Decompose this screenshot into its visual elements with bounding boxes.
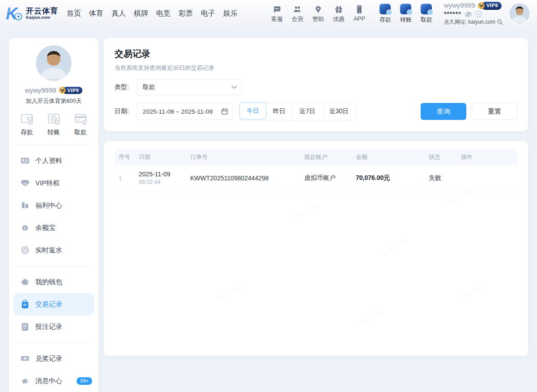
sponsor-icon [314,4,323,14]
sidebar-menu-group2: 我的钱包 交易记录 投注记录 [9,268,98,341]
sidebar: wywy9999 VIP9 加入开云体育第600天 存款 [9,38,98,392]
col-action: 操作 [457,153,517,161]
gift-icon [334,4,343,14]
cell-order-no: KWWT20251109802444298 [186,175,300,182]
range-today-button[interactable]: 今日 [239,102,266,119]
nav-item-slots[interactable]: 电子 [197,9,219,18]
date-filter-row: 日期: 2025-11-09 ~ 2025-11-09 今日 昨日 近7日 近3… [115,102,517,120]
col-amount: 金额 [352,153,425,161]
sidebar-item-wallet[interactable]: 我的钱包 [9,271,98,293]
prize-icon [21,355,30,362]
quick-deposit[interactable]: 存款 [20,112,34,136]
benefits-icon [21,201,30,209]
nav-item-live[interactable]: 真人 [107,9,130,18]
table-row: 1 2025-11-09 08:02:44 KWWT20251109802444… [115,165,517,191]
col-account: 提款账户 [300,153,352,161]
page-subtitle: 当前系统支持查询最近30日的交易记录 [115,64,517,72]
main-content: 交易记录 当前系统支持查询最近30日的交易记录 类型: 取款 日期: 2025-… [104,38,528,392]
brand-name-cn: 开云体育 [26,7,58,15]
sidebar-divider [15,266,92,266]
date-range-input[interactable]: 2025-11-09 ~ 2025-11-09 [137,103,233,120]
type-filter-row: 类型: 取款 [115,79,517,95]
sidebar-menu-group3: 兑奖记录 消息中心 99+ [9,345,98,392]
id-card-icon [21,157,30,165]
nav-item-sports[interactable]: 体育 [85,9,107,18]
chat-icon [273,4,281,14]
profile-vip-gem-icon [59,87,66,94]
username: wywy9999 [444,1,475,10]
nav-item-home[interactable]: 首页 [63,9,85,18]
bet-records-icon [21,323,30,331]
deposit-cube-icon [379,4,391,14]
message-count-badge: 99+ [77,377,92,385]
sidebar-item-vip[interactable]: VIP特权 [9,172,98,194]
partners-button[interactable]: 合营 [288,4,307,23]
wallet-shortcuts: 存款 转账 取款 [377,4,435,24]
sidebar-item-transactions[interactable]: 交易记录 [13,293,94,315]
card-icon [73,112,88,126]
top-header: K 开云体育 Kaiyun.com 首页 体育 真人 棋牌 电竞 彩票 电子 娱… [0,0,537,27]
brand-logo[interactable]: K 开云体育 Kaiyun.com [5,4,58,22]
brand-name-en: Kaiyun.com [26,15,58,20]
nav-item-lottery[interactable]: 彩票 [175,9,197,18]
deposit-shortcut[interactable]: 存款 [377,4,394,24]
vip-badge: VIP9 [478,2,502,10]
transfer-cube-icon [400,4,411,14]
type-select[interactable]: 取款 [137,79,242,95]
quick-transfer[interactable]: 转账 [47,112,61,136]
quick-withdraw[interactable]: 取款 [73,112,88,136]
sidebar-item-prizes[interactable]: 兑奖记录 [9,347,98,370]
watermark: wywy9999 [444,189,471,208]
masked-balance: ****** [444,10,461,18]
nav-item-entertainment[interactable]: 娱乐 [219,9,242,18]
nav-item-esports[interactable]: 电竞 [152,9,175,18]
refresh-balance-icon[interactable] [475,11,482,17]
header-utilities: 客服 合营 赞助 优惠 APP [268,4,369,23]
header-avatar[interactable] [509,3,530,24]
withdraw-shortcut[interactable]: 取款 [418,4,435,24]
eye-off-icon[interactable] [465,11,472,17]
date-label: 日期: [115,107,137,115]
sidebar-item-profile[interactable]: 个人资料 [9,149,98,172]
megaphone-icon [21,377,30,385]
permanent-url-value[interactable]: kaiyun.com [468,19,495,26]
wallet-icon [20,112,34,126]
sidebar-item-benefits[interactable]: 福利中心 [9,194,98,217]
col-date: 日期 [135,153,186,161]
brand-logo-icon: K [5,4,23,22]
sidebar-divider [15,342,92,343]
permanent-url-label: 永久网址: [444,19,467,26]
reset-button[interactable]: 重置 [472,103,517,120]
sidebar-item-yuebao[interactable]: 余额宝 [9,217,98,239]
promo-button[interactable]: 优惠 [329,4,348,23]
sponsor-button[interactable]: 赞助 [309,4,328,23]
sidebar-item-messages[interactable]: 消息中心 99+ [9,370,98,392]
withdraw-cube-icon [421,4,432,14]
range-yesterday-button[interactable]: 昨日 [266,103,293,120]
watermark: wywy9999 [216,283,243,302]
type-label: 类型: [115,83,137,91]
query-button[interactable]: 查询 [421,103,466,120]
range-30days-button[interactable]: 近30日 [323,103,356,120]
page-title: 交易记录 [115,48,517,60]
chevron-down-icon [231,85,237,89]
cell-account: 虚拟币账户 [300,174,352,182]
search-icon[interactable] [497,19,503,25]
cell-time: 08:02:44 [139,179,186,185]
cell-date: 2025-11-09 08:02:44 [135,170,186,185]
range-7days-button[interactable]: 近7日 [293,103,323,120]
service-button[interactable]: 客服 [268,4,286,23]
quick-range-group: 今日 昨日 近7日 近30日 [239,102,356,120]
table-header: 序号 日期 订单号 提款账户 金额 状态 操作 [115,149,517,165]
filter-card: 交易记录 当前系统支持查询最近30日的交易记录 类型: 取款 日期: 2025-… [104,38,528,131]
profile-avatar[interactable] [36,45,72,81]
money-pot-icon [21,224,30,232]
transfer-shortcut[interactable]: 转账 [397,4,414,24]
sidebar-item-rebate[interactable]: 实时返水 [9,239,98,261]
piggy-bank-icon [21,278,30,286]
transactions-icon [21,300,30,309]
nav-item-chess[interactable]: 棋牌 [130,9,152,18]
app-button[interactable]: APP [350,4,369,23]
sidebar-item-bets[interactable]: 投注记录 [9,315,98,338]
gem-icon [21,179,30,187]
